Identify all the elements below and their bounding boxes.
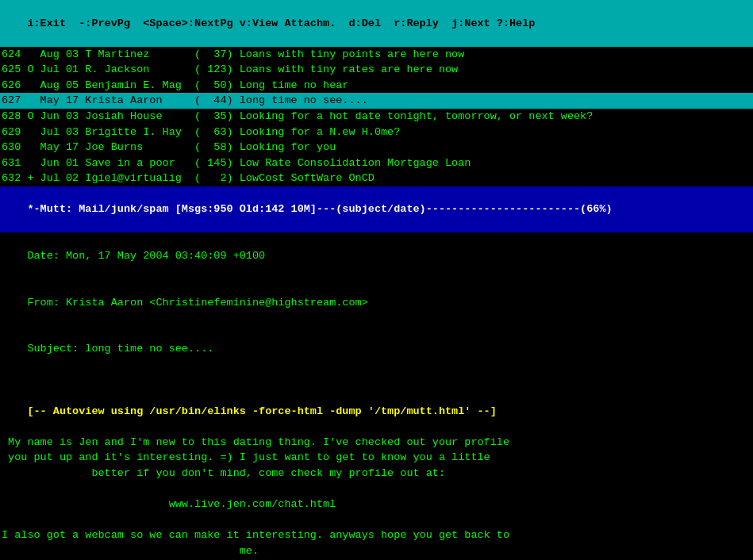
body-line: I also got a webcam so we can make it in…: [2, 527, 751, 543]
mail-row[interactable]: 626 Aug 05 Benjamin E. Mag ( 50) Long ti…: [0, 78, 753, 94]
mail-row[interactable]: 625 O Jul 01 R. Jackson ( 123) Loans wit…: [0, 62, 753, 78]
body-line: [2, 481, 751, 497]
autoview-line: [-- Autoview using /usr/bin/elinks -forc…: [0, 388, 753, 435]
status-bar: *-Mutt: Mail/junk/spam [Msgs:950 Old:142…: [0, 186, 753, 233]
top-bar-label: i:Exit -:PrevPg <Space>:NextPg v:View At…: [27, 17, 535, 29]
email-date: Date: Mon, 17 May 2004 03:40:09 +0100: [0, 232, 753, 279]
mail-row[interactable]: 632 + Jul 02 Igiel@virtualig ( 2) LowCos…: [0, 171, 753, 186]
mail-row[interactable]: 631 Jun 01 Save in a poor ( 145) Low Rat…: [0, 155, 753, 171]
mail-row[interactable]: 627 May 17 Krista Aaron ( 44) long time …: [0, 93, 753, 109]
body-line: [2, 512, 751, 528]
mail-row[interactable]: 630 May 17 Joe Burns ( 58) Looking for y…: [0, 140, 753, 155]
spacer1: [0, 373, 753, 389]
status-bar-text: *-Mutt: Mail/junk/spam [Msgs:950 Old:142…: [27, 203, 612, 215]
body-line: me.: [2, 543, 751, 559]
mail-row[interactable]: 624 Aug 03 T Martinez ( 37) Loans with t…: [0, 47, 753, 63]
email-subject: Subject: long time no see....: [0, 326, 753, 373]
mail-row[interactable]: 629 Jul 03 Brigitte I. Hay ( 63) Looking…: [0, 125, 753, 140]
mail-list: 624 Aug 03 T Martinez ( 37) Loans with t…: [0, 47, 753, 186]
terminal: i:Exit -:PrevPg <Space>:NextPg v:View At…: [0, 0, 753, 560]
email-body: My name is Jen and I'm new to this datin…: [0, 435, 753, 560]
body-line: you put up and it's interesting. =) I ju…: [2, 450, 751, 466]
body-line: better if you don't mind, come check my …: [2, 466, 751, 481]
autoview-label: [-- Autoview using /usr/bin/elinks -forc…: [27, 405, 496, 417]
email-from: From: Krista Aaron <Christinefeminine@hi…: [0, 279, 753, 326]
top-bar: i:Exit -:PrevPg <Space>:NextPg v:View At…: [0, 0, 753, 47]
body-line: www.live.jen.com/chat.html: [2, 497, 751, 512]
mail-row[interactable]: 628 O Jun 03 Josiah House ( 35) Looking …: [0, 109, 753, 125]
body-line: My name is Jen and I'm new to this datin…: [2, 435, 751, 451]
